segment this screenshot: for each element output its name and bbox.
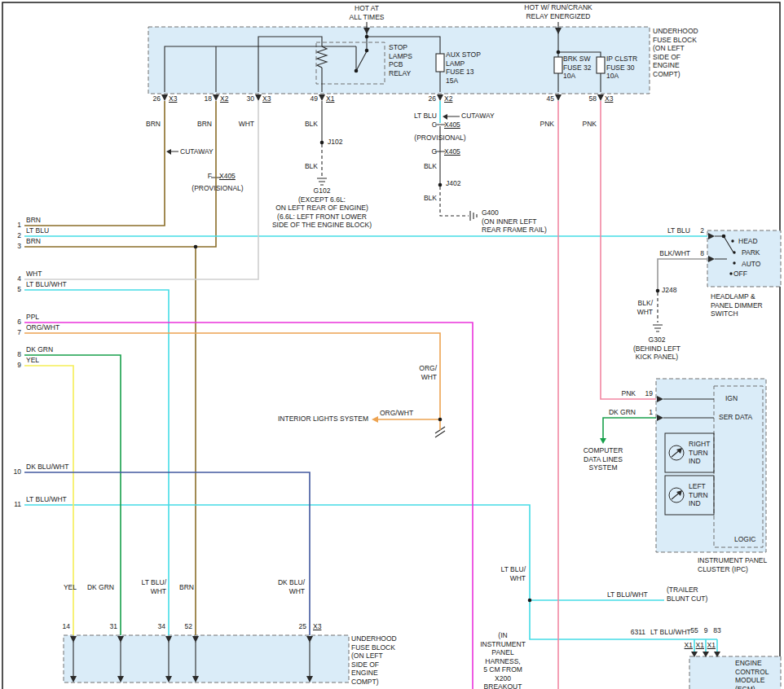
wire-dk-blu-wht (24, 472, 310, 635)
row-wire-label: LT BLU/WHT (26, 495, 67, 504)
row-number: 1 (17, 221, 21, 230)
hot-run-crank-label: HOT W/ RUN/CRANK RELAY ENERGIZED (524, 3, 592, 20)
row-wire-label: BRN (26, 216, 41, 225)
pin-connector: X1 (326, 94, 334, 103)
row-number: 5 (17, 285, 21, 294)
ipc-ign-label: IGN (725, 394, 738, 403)
row-wire-label: WHT (26, 270, 42, 279)
row-wire-label: YEL (26, 356, 39, 365)
pin-number: 8 (700, 249, 704, 258)
pin-number: 14 (63, 622, 70, 631)
underhood-fuse-block-bottom-box (64, 635, 349, 682)
ground-g400-label: G400 (ON INNER LEFT REAR FRAME RAIL) (482, 208, 547, 235)
left-turn-ind-label: LEFT TURN IND (689, 482, 708, 508)
junction-label: J402 (446, 179, 460, 188)
wire-color-label: BLK/ WHT (637, 299, 653, 316)
wire-color-label: ORG/WHT (380, 409, 413, 418)
row-wire-label: ORG/WHT (26, 323, 59, 332)
ipc-label: INSTRUMENT PANEL CLUSTER (IPC) (698, 556, 767, 573)
row-wire-label: DK BLU/WHT (26, 463, 68, 472)
ground-g102-label: G102 (EXCEPT 6.6L: ON LEFT REAR OF ENGIN… (272, 187, 372, 230)
row-number: 11 (14, 500, 21, 509)
pin-number: 52 (185, 622, 192, 631)
interior-lights-arrow-icon (372, 416, 378, 423)
wire-color-label: BRN (179, 583, 194, 592)
wire-color-label: PNK (540, 120, 554, 129)
trailer-note: (TRAILER BLUNT CUT) (667, 586, 707, 603)
wire-color-label: BLK (305, 120, 318, 129)
row-wire-label: LT BLU/WHT (26, 280, 67, 289)
wire-color-label: LT BLU (667, 226, 690, 235)
pin-number: 26 (429, 94, 436, 103)
pin-number: 1 (649, 408, 653, 417)
ground-g302-label: G302 (BEHIND LEFT KICK PANEL) (633, 336, 680, 362)
wire-color-label: YEL (64, 583, 77, 592)
hot-at-all-times-label: HOT AT ALL TIMES (350, 4, 385, 21)
wire-color-label: DK GRN (609, 408, 636, 417)
headlamp-switch-label: HEADLAMP & PANEL DIMMER SWITCH (711, 292, 763, 318)
wire-lt-blu (24, 101, 717, 652)
pin-connector: X3 (262, 94, 271, 103)
computer-data-arrow-icon (600, 438, 606, 444)
row-number: 8 (17, 350, 21, 359)
fuse32-label: BRK SW FUSE 32 10A (563, 55, 592, 81)
pin-number: 25 (299, 622, 306, 631)
row-wire-label: DK GRN (26, 345, 53, 354)
circuit-number: 6311 (631, 628, 645, 637)
row-number: 2 (17, 231, 21, 240)
wire-color-label: BLK (424, 194, 437, 203)
wire-color-label: LT BLU (414, 112, 437, 121)
pin-connector: X3 (313, 622, 321, 631)
pin-number: 18 (205, 94, 212, 103)
pin-number: 55 (690, 626, 698, 635)
wire-color-label: BLK (424, 162, 437, 171)
pin-number: 2 (700, 226, 704, 235)
ipc-logic-label: LOGIC (734, 535, 755, 544)
row-number: 4 (17, 274, 21, 283)
wire-color-label: LT BLU/ WHT (501, 565, 526, 582)
fuse13-label: AUX STOP LAMP FUSE 13 15A (446, 50, 481, 85)
pin-number: 58 (589, 94, 597, 103)
connector-name: X405 (444, 121, 460, 129)
pin-connector: X1 (707, 641, 716, 650)
wire-color-label: ORG/ WHT (419, 364, 437, 381)
underhood-fuse-block-bottom-label: UNDERHOOD FUSE BLOCK (ON LEFT SIDE OF EN… (351, 634, 397, 686)
junction-label: J248 (662, 286, 676, 295)
wire-ppl (24, 323, 473, 689)
row-number: 7 (17, 328, 21, 337)
switch-position-head: HEAD (738, 237, 758, 246)
harness-note: (IN INSTRUMENT PANEL HARNESS, 5 CM FROM … (480, 631, 526, 689)
cutaway-note: CUTAWAY (461, 112, 495, 121)
junction-label: J102 (328, 138, 342, 147)
row-wire-label: PPL (26, 313, 39, 322)
connector-name: X405 (444, 147, 460, 156)
flow-arrows (70, 28, 720, 682)
wire-color-label: LT BLU/WHT (607, 590, 648, 599)
stop-lamps-relay-label: STOP LAMPS PCB RELAY (389, 43, 412, 77)
wire-dk-grn (24, 355, 656, 635)
pin-connector: X1 (696, 641, 704, 650)
wire-color-label: PNK (583, 120, 597, 129)
pin-connector: X1 (685, 641, 693, 650)
fuse30-label: IP CLSTR FUSE 30 10A (606, 55, 637, 81)
right-turn-ind-label: RIGHT TURN IND (689, 440, 710, 466)
computer-data-lines-label: COMPUTER DATA LINES SYSTEM (584, 446, 623, 472)
wire-color-label: DK GRN (87, 583, 114, 592)
wire-color-label: PNK (622, 389, 636, 398)
pin-connector: X3 (169, 94, 177, 103)
wire-color-label: BLK/WHT (659, 249, 690, 258)
row-wire-label: BRN (26, 237, 41, 246)
connector-name: X405 (219, 172, 236, 181)
row-number: 6 (17, 318, 21, 327)
pin-number: 83 (713, 626, 720, 635)
provisional-note: (PROVISIONAL) (192, 184, 243, 193)
pin-connector: X3 (605, 94, 613, 103)
wire-color-label: LT BLU/WHT (650, 628, 691, 637)
connector-cavity: F (208, 172, 212, 181)
fuse32-icon (554, 57, 562, 73)
wire-color-label: LT BLU/ WHT (142, 578, 166, 595)
wiring-diagram: HOT AT ALL TIMES HOT W/ RUN/CRANK RELAY … (0, 0, 784, 689)
connector-cavity: G (431, 147, 437, 156)
switch-position-auto: AUTO (742, 260, 760, 269)
pin-number: 19 (645, 389, 653, 398)
